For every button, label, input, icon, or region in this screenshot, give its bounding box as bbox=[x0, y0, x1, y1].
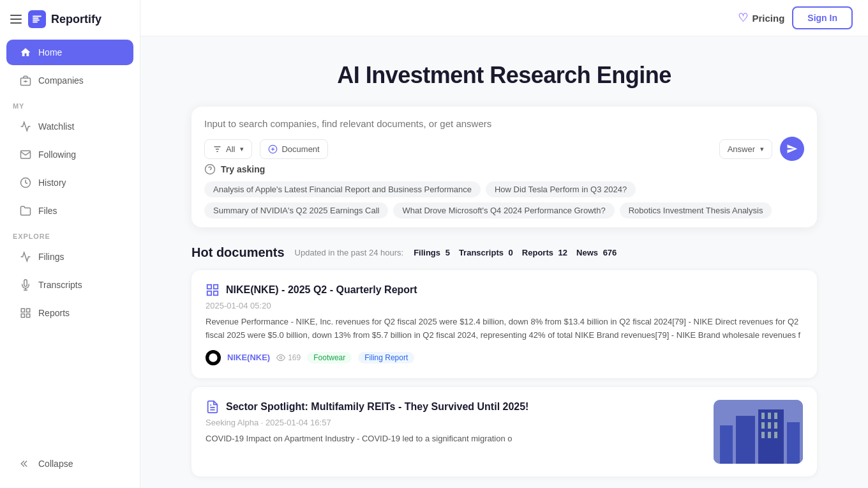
sidebar-filings-label: Filings bbox=[38, 252, 64, 262]
try-asking-header: Try asking bbox=[204, 164, 804, 175]
svg-point-22 bbox=[209, 353, 217, 362]
suggestion-pill[interactable]: What Drove Microsoft's Q4 2024 Performan… bbox=[393, 202, 614, 218]
sidebar-item-filings[interactable]: Filings bbox=[6, 244, 133, 270]
company-name-1[interactable]: NIKE(NKE) bbox=[227, 353, 270, 362]
hot-docs-meta: Updated in the past 24 hours: bbox=[295, 248, 404, 257]
sidebar-item-history[interactable]: History bbox=[6, 170, 133, 195]
sidebar-watchlist-label: Watchlist bbox=[38, 121, 74, 132]
doc-source-date-2: Seeking Alpha · 2025-01-04 16:57 bbox=[206, 418, 703, 427]
doc-title-2[interactable]: Sector Spotlight: Multifamily REITs - Th… bbox=[226, 401, 528, 413]
doc-title-row-2: Sector Spotlight: Multifamily REITs - Th… bbox=[206, 400, 703, 414]
sidebar-transcripts-label: Transcripts bbox=[38, 280, 82, 290]
topbar: ♡ Pricing Sign In bbox=[140, 0, 868, 36]
filter-document-label: Document bbox=[281, 144, 319, 154]
app-name: Reportify bbox=[51, 13, 101, 26]
svg-rect-33 bbox=[774, 413, 777, 419]
doc-card-content-2: Sector Spotlight: Multifamily REITs - Th… bbox=[206, 400, 703, 464]
news-count: News 676 bbox=[576, 248, 617, 257]
views-count-1: 169 bbox=[276, 353, 301, 362]
logo-icon bbox=[28, 10, 46, 28]
doc-date-1: 2025-01-04 05:20 bbox=[206, 301, 803, 310]
filter-answer-button[interactable]: Answer ▾ bbox=[719, 139, 772, 159]
doc-description-2: COVID-19 Impact on Apartment Industry - … bbox=[206, 432, 703, 446]
doc-card-image-2 bbox=[714, 400, 803, 464]
doc-card-inner-2: Sector Spotlight: Multifamily REITs - Th… bbox=[206, 400, 803, 464]
svg-rect-9 bbox=[21, 314, 24, 317]
home-icon bbox=[19, 46, 32, 59]
sidebar-item-collapse[interactable]: Collapse bbox=[6, 451, 133, 477]
svg-rect-19 bbox=[214, 285, 218, 289]
sidebar-item-companies[interactable]: Companies bbox=[6, 68, 133, 93]
doc-title-row-1: NIKE(NKE) - 2025 Q2 - Quarterly Report bbox=[206, 283, 803, 297]
sidebar-collapse-label: Collapse bbox=[38, 459, 73, 469]
hamburger-icon[interactable] bbox=[10, 13, 23, 26]
sign-in-button[interactable]: Sign In bbox=[792, 6, 853, 29]
suggestion-pill[interactable]: Robotics Investment Thesis Analysis bbox=[620, 202, 772, 218]
svg-rect-37 bbox=[761, 432, 765, 438]
pricing-link[interactable]: ♡ Pricing bbox=[738, 11, 784, 25]
filter-all-label: All bbox=[226, 144, 235, 154]
doc-icon-1 bbox=[206, 283, 220, 297]
doc-card-1: NIKE(NKE) - 2025 Q2 - Quarterly Report 2… bbox=[191, 270, 817, 378]
reports-icon bbox=[19, 307, 32, 319]
svg-rect-18 bbox=[207, 285, 211, 289]
sidebar-item-watchlist[interactable]: Watchlist bbox=[6, 114, 133, 139]
tag-footwear: Footwear bbox=[307, 352, 352, 363]
svg-rect-34 bbox=[761, 422, 765, 429]
doc-card-image-inner bbox=[714, 400, 803, 464]
sidebar-following-label: Following bbox=[38, 149, 76, 160]
sidebar-item-files[interactable]: Files bbox=[6, 198, 133, 224]
transcripts-count: Transcripts 0 bbox=[459, 248, 513, 257]
sidebar-files-label: Files bbox=[38, 206, 57, 216]
sidebar-reports-label: Reports bbox=[38, 308, 70, 318]
svg-rect-30 bbox=[787, 422, 800, 464]
doc-description-1: Revenue Performance - NIKE, Inc. revenue… bbox=[206, 316, 803, 342]
filter-all-button[interactable]: All ▾ bbox=[204, 139, 252, 159]
doc-title-1[interactable]: NIKE(NKE) - 2025 Q2 - Quarterly Report bbox=[226, 284, 417, 296]
send-button[interactable] bbox=[780, 137, 804, 161]
svg-rect-8 bbox=[27, 314, 30, 317]
pricing-label: Pricing bbox=[752, 13, 784, 24]
tag-filing-report: Filing Report bbox=[358, 352, 414, 363]
sidebar-item-following[interactable]: Following bbox=[6, 142, 133, 167]
search-controls: All ▾ Document Answer ▾ bbox=[204, 137, 804, 161]
following-icon bbox=[19, 148, 32, 161]
sidebar-item-home[interactable]: Home bbox=[6, 40, 133, 65]
suggestion-pill[interactable]: Analysis of Apple's Latest Financial Rep… bbox=[204, 181, 481, 197]
sidebar-item-transcripts[interactable]: Transcripts bbox=[6, 272, 133, 298]
doc-card-2: Sector Spotlight: Multifamily REITs - Th… bbox=[191, 387, 817, 477]
svg-rect-36 bbox=[774, 422, 777, 429]
sidebar-logo[interactable]: Reportify bbox=[0, 10, 140, 38]
doc-icon-2 bbox=[206, 400, 220, 414]
svg-rect-7 bbox=[27, 309, 30, 312]
history-icon bbox=[19, 176, 32, 189]
suggestion-pill[interactable]: Summary of NVIDIA's Q2 2025 Earnings Cal… bbox=[204, 202, 388, 218]
hot-docs-header: Hot documents Updated in the past 24 hou… bbox=[191, 245, 817, 260]
filter-answer-label: Answer bbox=[728, 144, 755, 154]
hot-docs-title: Hot documents bbox=[191, 245, 285, 260]
svg-rect-38 bbox=[768, 432, 771, 438]
hot-docs-counts: Filings 5 Transcripts 0 Reports 12 News … bbox=[414, 248, 617, 257]
sidebar-history-label: History bbox=[38, 178, 66, 188]
search-input[interactable] bbox=[204, 118, 804, 129]
chevron-down-icon: ▾ bbox=[240, 145, 244, 153]
filings-icon bbox=[19, 250, 32, 263]
doc-footer-1: NIKE(NKE) 169 Footwear Filing Report bbox=[206, 350, 803, 365]
company-logo-1 bbox=[206, 350, 221, 365]
explore-section-label: Explore bbox=[0, 225, 140, 243]
search-input-row bbox=[204, 118, 804, 129]
sidebar-home-label: Home bbox=[38, 47, 62, 57]
search-box: All ▾ Document Answer ▾ bbox=[191, 107, 817, 227]
sidebar: Reportify Home Companies My Watchlist Fo… bbox=[0, 0, 140, 488]
suggestion-pill[interactable]: How Did Tesla Perform in Q3 2024? bbox=[486, 181, 636, 197]
watchlist-icon bbox=[19, 120, 32, 133]
pricing-icon: ♡ bbox=[738, 11, 748, 25]
svg-rect-31 bbox=[761, 413, 765, 419]
svg-rect-21 bbox=[214, 291, 218, 295]
sidebar-item-reports[interactable]: Reports bbox=[6, 300, 133, 326]
svg-point-23 bbox=[280, 356, 282, 359]
collapse-icon bbox=[19, 457, 32, 470]
svg-rect-28 bbox=[736, 416, 755, 464]
answer-chevron-icon: ▾ bbox=[760, 145, 764, 153]
filter-document-button[interactable]: Document bbox=[260, 139, 327, 159]
